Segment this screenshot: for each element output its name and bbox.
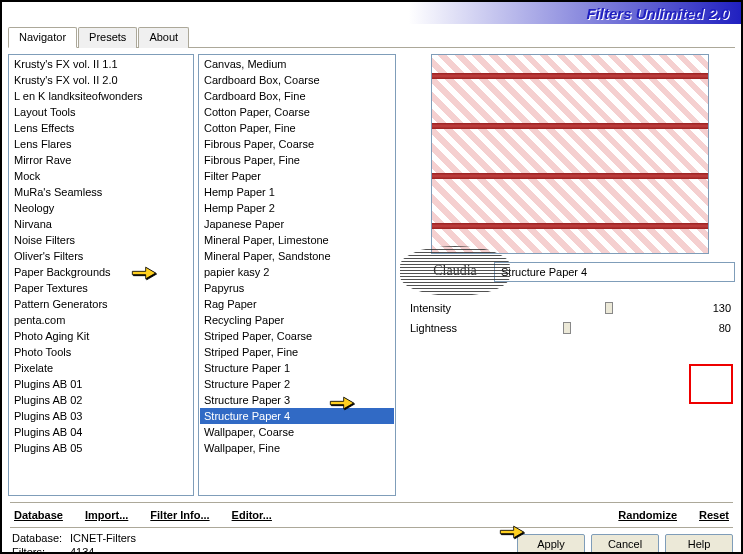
- list-item[interactable]: Mock: [10, 168, 192, 184]
- list-item[interactable]: Plugins AB 02: [10, 392, 192, 408]
- list-item[interactable]: Structure Paper 2: [200, 376, 394, 392]
- cancel-button[interactable]: Cancel: [591, 534, 659, 554]
- list-item[interactable]: Wallpaper, Coarse: [200, 424, 394, 440]
- list-item[interactable]: Canvas, Medium: [200, 56, 394, 72]
- tab-presets[interactable]: Presets: [78, 27, 137, 48]
- filter-list[interactable]: Canvas, MediumCardboard Box, CoarseCardb…: [198, 54, 396, 496]
- list-item[interactable]: Structure Paper 3: [200, 392, 394, 408]
- list-item[interactable]: Krusty's FX vol. II 2.0: [10, 72, 192, 88]
- action-buttons: Apply Cancel Help: [517, 532, 733, 554]
- list-item[interactable]: Paper Backgrounds: [10, 264, 192, 280]
- list-item[interactable]: L en K landksiteofwonders: [10, 88, 192, 104]
- status-bar: Database: ICNET-Filters Filters: 4134 Ap…: [10, 527, 733, 554]
- list-item[interactable]: Layout Tools: [10, 104, 192, 120]
- apply-button[interactable]: Apply: [517, 534, 585, 554]
- list-item[interactable]: Plugins AB 01: [10, 376, 192, 392]
- param-lightness-label: Lightness: [404, 322, 490, 334]
- list-item[interactable]: Photo Tools: [10, 344, 192, 360]
- list-item[interactable]: Recycling Paper: [200, 312, 394, 328]
- list-item[interactable]: Structure Paper 1: [200, 360, 394, 376]
- list-item[interactable]: Filter Paper: [200, 168, 394, 184]
- list-item[interactable]: Cardboard Box, Fine: [200, 88, 394, 104]
- list-item[interactable]: Fibrous Paper, Fine: [200, 152, 394, 168]
- database-link[interactable]: Database: [14, 509, 63, 521]
- list-item[interactable]: Paper Textures: [10, 280, 192, 296]
- list-item[interactable]: Cotton Paper, Fine: [200, 120, 394, 136]
- tab-navigator[interactable]: Navigator: [8, 27, 77, 48]
- list-item[interactable]: Plugins AB 04: [10, 424, 192, 440]
- status-filters-value: 4134: [70, 546, 94, 554]
- list-item[interactable]: Nirvana: [10, 216, 192, 232]
- list-item[interactable]: MuRa's Seamless: [10, 184, 192, 200]
- list-item[interactable]: Striped Paper, Fine: [200, 344, 394, 360]
- tab-about[interactable]: About: [138, 27, 189, 48]
- highlight-box: [689, 364, 733, 404]
- filter-column: Canvas, MediumCardboard Box, CoarseCardb…: [198, 54, 396, 496]
- preview-column: Structure Paper 4 Intensity 130 Lightnes…: [400, 54, 735, 496]
- list-item[interactable]: Noise Filters: [10, 232, 192, 248]
- list-item[interactable]: Photo Aging Kit: [10, 328, 192, 344]
- param-intensity-row: Intensity 130: [404, 298, 735, 318]
- list-item[interactable]: Structure Paper 4: [200, 408, 394, 424]
- param-intensity-slider[interactable]: [490, 299, 699, 317]
- randomize-link[interactable]: Randomize: [618, 509, 677, 521]
- list-item[interactable]: Mineral Paper, Limestone: [200, 232, 394, 248]
- list-item[interactable]: Pattern Generators: [10, 296, 192, 312]
- list-item[interactable]: Wallpaper, Fine: [200, 440, 394, 456]
- list-item[interactable]: Hemp Paper 1: [200, 184, 394, 200]
- import-link[interactable]: Import...: [85, 509, 128, 521]
- status-db-label: Database:: [12, 532, 70, 544]
- list-item[interactable]: Oliver's Filters: [10, 248, 192, 264]
- list-item[interactable]: Striped Paper, Coarse: [200, 328, 394, 344]
- preview-image: [431, 54, 709, 254]
- status-db-value: ICNET-Filters: [70, 532, 136, 544]
- list-item[interactable]: Rag Paper: [200, 296, 394, 312]
- list-item[interactable]: Pixelate: [10, 360, 192, 376]
- link-bar: Database Import... Filter Info... Editor…: [10, 502, 733, 525]
- category-column: Krusty's FX vol. II 1.1Krusty's FX vol. …: [8, 54, 194, 496]
- list-item[interactable]: Cotton Paper, Coarse: [200, 104, 394, 120]
- list-item[interactable]: papier kasy 2: [200, 264, 394, 280]
- list-item[interactable]: Japanese Paper: [200, 216, 394, 232]
- list-item[interactable]: penta.com: [10, 312, 192, 328]
- list-item[interactable]: Mirror Rave: [10, 152, 192, 168]
- selected-filter-name: Structure Paper 4: [494, 262, 735, 282]
- param-intensity-label: Intensity: [404, 302, 490, 314]
- list-item[interactable]: Lens Flares: [10, 136, 192, 152]
- param-lightness-row: Lightness 80: [404, 318, 735, 338]
- list-item[interactable]: Hemp Paper 2: [200, 200, 394, 216]
- param-intensity-value: 130: [699, 302, 735, 314]
- list-item[interactable]: Fibrous Paper, Coarse: [200, 136, 394, 152]
- list-item[interactable]: Krusty's FX vol. II 1.1: [10, 56, 192, 72]
- app-title: Filters Unlimited 2.0: [586, 5, 729, 22]
- editor-link[interactable]: Editor...: [232, 509, 272, 521]
- param-lightness-slider[interactable]: [490, 319, 699, 337]
- filter-info-link[interactable]: Filter Info...: [150, 509, 209, 521]
- parameter-area: Intensity 130 Lightness 80: [404, 298, 735, 496]
- param-lightness-value: 80: [699, 322, 735, 334]
- list-item[interactable]: Plugins AB 03: [10, 408, 192, 424]
- list-item[interactable]: Plugins AB 05: [10, 440, 192, 456]
- list-item[interactable]: Papyrus: [200, 280, 394, 296]
- list-item[interactable]: Mineral Paper, Sandstone: [200, 248, 394, 264]
- main-panel: Krusty's FX vol. II 1.1Krusty's FX vol. …: [2, 48, 741, 502]
- tab-bar: Navigator Presets About: [8, 26, 735, 48]
- status-filters-label: Filters:: [12, 546, 70, 554]
- header: Filters Unlimited 2.0: [2, 2, 741, 24]
- reset-link[interactable]: Reset: [699, 509, 729, 521]
- list-item[interactable]: Neology: [10, 200, 192, 216]
- list-item[interactable]: Lens Effects: [10, 120, 192, 136]
- category-list[interactable]: Krusty's FX vol. II 1.1Krusty's FX vol. …: [8, 54, 194, 496]
- list-item[interactable]: Cardboard Box, Coarse: [200, 72, 394, 88]
- help-button[interactable]: Help: [665, 534, 733, 554]
